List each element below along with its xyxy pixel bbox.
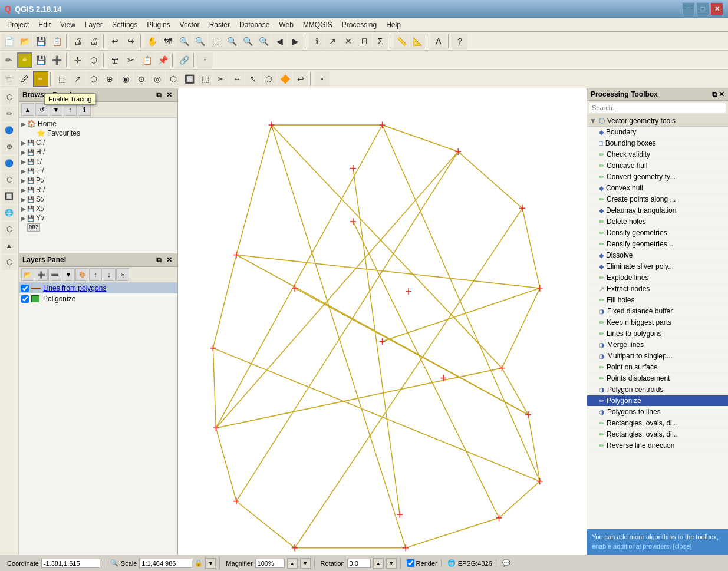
digitize2-button[interactable]: ✏ — [17, 52, 32, 68]
toolbox-item-polygonize[interactable]: ✏ Polygonize — [587, 395, 728, 407]
toolbox-item-lines-to-polygons[interactable]: ✏ Lines to polygons — [587, 328, 728, 339]
layer-poly-checkbox[interactable] — [21, 295, 29, 303]
menu-help[interactable]: Help — [381, 19, 406, 30]
footer-link[interactable]: enable additional providers. — [592, 543, 671, 550]
cut-feature-button[interactable]: ✂ — [123, 52, 139, 68]
browser-item-h[interactable]: ▶ 💾 H:/ — [20, 147, 176, 157]
toolbox-item-densify2[interactable]: ✏ Densify geometries ... — [587, 239, 728, 250]
toolbox-item-eliminate-sliver[interactable]: ◆ Eliminate sliver poly... — [587, 261, 728, 272]
undo-button[interactable]: ↩ — [107, 34, 123, 49]
browser-item-home[interactable]: ▶ 🏠 Home — [20, 119, 176, 128]
toolbox-item-rect-ovals-2[interactable]: ✏ Rectangles, ovals, di... — [587, 429, 728, 440]
rotation-down-btn[interactable]: ▼ — [386, 558, 397, 569]
layers-remove-btn[interactable]: ➖ — [48, 268, 61, 281]
layers-add-btn[interactable]: ➕ — [35, 268, 48, 281]
adv16-button[interactable]: ↩ — [293, 71, 308, 87]
zoom-sel-button[interactable]: 🔍 — [256, 34, 271, 49]
message-icon[interactable]: 💬 — [502, 559, 510, 567]
render-checkbox[interactable] — [407, 559, 414, 567]
adv7-button[interactable]: ◎ — [150, 71, 165, 87]
stat-button[interactable]: Σ — [373, 34, 388, 49]
browser-item-p[interactable]: ▶ 💾 P:/ — [20, 176, 176, 185]
zoom-layer-button[interactable]: 🔍 — [240, 34, 255, 49]
toolbox-item-points-displacement[interactable]: ✏ Points displacement — [587, 373, 728, 384]
adv8-button[interactable]: ⬡ — [166, 71, 181, 87]
toolbox-item-explode-lines[interactable]: ✏ Explode lines — [587, 272, 728, 283]
measure2-button[interactable]: 📐 — [410, 34, 425, 49]
toolbox-item-merge-lines[interactable]: ◑ Merge lines — [587, 339, 728, 351]
new-project-button[interactable]: 📄 — [1, 34, 17, 49]
toolbox-item-fill-holes[interactable]: ✏ Fill holes — [587, 295, 728, 306]
menu-project[interactable]: Project — [2, 19, 34, 30]
browser-close-button[interactable]: ✕ — [164, 90, 174, 100]
menu-settings[interactable]: Settings — [107, 19, 142, 30]
left-tool-1[interactable]: ⬡ — [2, 90, 17, 105]
open-project-button[interactable]: 📂 — [17, 34, 32, 49]
toolbox-search-input[interactable] — [589, 103, 726, 113]
toolbox-item-delaunay[interactable]: ◆ Delaunay triangulation — [587, 205, 728, 216]
identify-button[interactable]: ℹ — [309, 34, 324, 49]
menu-raster[interactable]: Raster — [205, 19, 235, 30]
pan2-button[interactable]: 🗺 — [160, 34, 176, 49]
toolbox-item-concave-hull[interactable]: ✏ Concave hull — [587, 160, 728, 171]
menu-plugins[interactable]: Plugins — [142, 19, 174, 30]
help-button[interactable]: ? — [452, 34, 467, 49]
toolbox-item-rect-ovals-1[interactable]: ✏ Rectangles, ovals, di... — [587, 418, 728, 429]
left-tool-4[interactable]: ⊕ — [2, 139, 17, 154]
toolbox-item-convex-hull[interactable]: ◆ Convex hull — [587, 183, 728, 194]
browser-filter-button[interactable]: ▼ — [50, 103, 62, 116]
layers-float-button[interactable]: ⧉ — [154, 255, 163, 265]
copy-feature-button[interactable]: 📋 — [139, 52, 154, 68]
zoom-in-button[interactable]: 🔍 — [176, 34, 192, 49]
magnifier-input[interactable] — [255, 559, 285, 568]
layer-item-polygonize[interactable]: Poligonize — [19, 293, 177, 304]
delete-feature-button[interactable]: 🗑 — [107, 52, 123, 68]
zoom-back-button[interactable]: ◀ — [272, 34, 287, 49]
print-button[interactable]: 🖨 — [70, 34, 85, 49]
zoom-next-button[interactable]: ▶ — [288, 34, 303, 49]
menu-mmqgis[interactable]: MMQGIS — [298, 19, 337, 30]
adv3-button[interactable]: ⬡ — [86, 71, 101, 87]
toolbox-item-dissolve[interactable]: ◆ Dissolve — [587, 250, 728, 261]
pan-button[interactable]: ✋ — [144, 34, 160, 49]
browser-item-s[interactable]: ▶ 💾 S:/ — [20, 194, 176, 204]
left-tool-10[interactable]: ▲ — [2, 238, 17, 253]
layer-lines-checkbox[interactable] — [21, 285, 29, 292]
toolbox-item-polygons-to-lines[interactable]: ◑ Polygons to lines — [587, 407, 728, 418]
open-table-button[interactable]: 🗒 — [357, 34, 372, 49]
left-tool-11[interactable]: ⬡ — [2, 255, 17, 270]
menu-view[interactable]: View — [55, 19, 80, 30]
maximize-button[interactable]: □ — [696, 2, 709, 15]
left-tool-8[interactable]: 🌐 — [2, 205, 17, 220]
save-project-button[interactable]: 💾 — [33, 34, 48, 49]
layer-item-lines[interactable]: Lines from polygons — [19, 283, 177, 293]
toolbox-item-polygon-centroids[interactable]: ◑ Polygon centroids — [587, 384, 728, 395]
snap-button[interactable]: 🔗 — [176, 52, 192, 68]
menu-edit[interactable]: Edit — [34, 19, 55, 30]
magnifier-down-btn[interactable]: ▼ — [300, 558, 311, 569]
toolbox-item-extract-nodes[interactable]: ↗ Extract nodes — [587, 283, 728, 295]
toolbox-item-point-on-surface[interactable]: ✏ Point on surface — [587, 362, 728, 373]
browser-item-i[interactable]: ▶ 💾 I:/ — [20, 157, 176, 166]
layers-style-btn[interactable]: 🎨 — [75, 268, 88, 281]
left-tool-7[interactable]: 🔲 — [2, 189, 17, 204]
toolbox-item-multipart[interactable]: ◑ Multipart to singlep... — [587, 351, 728, 362]
browser-item-c[interactable]: ▶ 💾 C:/ — [20, 138, 176, 147]
layers-close-button[interactable]: ✕ — [164, 255, 174, 265]
zoom-full-button[interactable]: 🔍 — [224, 34, 239, 49]
browser-item-y[interactable]: ▶ 💾 Y:/ — [20, 213, 176, 223]
toolbox-item-boundary[interactable]: ◆ Boundary — [587, 127, 728, 138]
toolbox-item-keep-n-biggest[interactable]: ✏ Keep n biggest parts — [587, 317, 728, 328]
browser-item-db2[interactable]: ▶ DB2 — [20, 223, 176, 232]
adv10-button[interactable]: ⬚ — [197, 71, 213, 87]
epsg-label[interactable]: EPSG:4326 — [458, 560, 492, 567]
menu-layer[interactable]: Layer — [80, 19, 107, 30]
toolbox-item-bounding-boxes[interactable]: □ Bounding boxes — [587, 138, 728, 149]
coordinate-input[interactable] — [41, 559, 100, 568]
adv4-button[interactable]: ⊕ — [102, 71, 117, 87]
measure-button[interactable]: 📏 — [394, 34, 409, 49]
menu-processing[interactable]: Processing — [337, 19, 381, 30]
left-tool-2[interactable]: ✏ — [2, 106, 17, 121]
browser-item-x[interactable]: ▶ 💾 X:/ — [20, 204, 176, 213]
toolbox-item-delete-holes[interactable]: ✏ Delete holes — [587, 216, 728, 227]
